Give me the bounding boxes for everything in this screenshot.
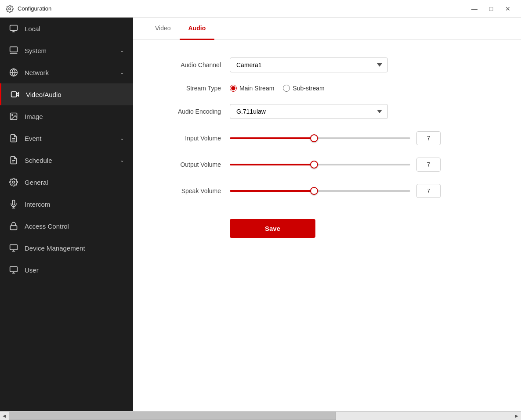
audio-form: Audio Channel Camera1 Camera2 Camera3 St… [133,40,521,411]
minimize-button[interactable]: — [467,2,482,15]
sidebar-item-system[interactable]: System ⌄ [0,39,133,61]
schedule-icon [9,155,18,165]
sidebar-label-video-audio: Video/Audio [26,91,62,98]
horizontal-scrollbar: ◀ ▶ [0,411,521,420]
sidebar-item-network[interactable]: Network ⌄ [0,61,133,83]
scroll-track[interactable] [9,412,512,420]
scroll-right-arrow[interactable]: ▶ [512,412,521,420]
speak-volume-slider[interactable] [230,190,410,192]
image-icon [9,111,18,121]
sidebar-label-event: Event [25,135,41,142]
content-area: Video Audio Audio Channel Camera1 Camera… [133,18,521,411]
user-icon [9,265,18,275]
device-icon [9,243,18,253]
main-container: Local System ⌄ Network ⌄ [0,18,521,411]
chevron-down-icon: ⌄ [120,69,124,75]
svg-rect-4 [10,47,18,52]
app-title: Configuration [18,5,51,12]
svg-point-16 [13,181,15,183]
maximize-button[interactable]: □ [483,2,499,15]
input-volume-value: 7 [416,131,441,145]
app-icon [5,4,14,13]
system-icon [9,46,18,55]
sidebar-label-image: Image [25,113,43,120]
sidebar-item-general[interactable]: General [0,171,133,193]
speak-volume-slider-row: 7 [230,184,441,198]
sidebar-item-user[interactable]: User [0,259,133,281]
sub-stream-radio-label[interactable]: Sub-stream [283,85,324,92]
sidebar-label-intercom: Intercom [25,201,50,208]
svg-rect-1 [10,25,18,31]
sidebar-label-network: Network [25,69,49,76]
save-button[interactable]: Save [230,219,315,238]
output-volume-slider[interactable] [230,164,410,165]
audio-encoding-select[interactable]: G.711ulaw G.711alaw G.726 AAC [230,104,388,119]
output-volume-label: Output Volume [159,161,221,168]
network-icon [9,68,18,77]
tabs: Video Audio [133,18,521,40]
sidebar-item-event[interactable]: Event ⌄ [0,127,133,149]
audio-channel-select[interactable]: Camera1 Camera2 Camera3 [230,57,388,72]
sidebar: Local System ⌄ Network ⌄ [0,18,133,411]
sub-stream-text: Sub-stream [293,85,324,92]
audio-channel-control: Camera1 Camera2 Camera3 [230,57,397,72]
tab-audio[interactable]: Audio [180,18,215,40]
sidebar-item-device-management[interactable]: Device Management [0,237,133,259]
svg-point-0 [9,7,11,10]
svg-rect-19 [11,226,17,230]
chevron-down-icon: ⌄ [120,47,124,54]
sidebar-item-video-audio[interactable]: Video/Audio [0,83,133,105]
sidebar-label-general: General [25,179,48,186]
scroll-thumb[interactable] [9,412,336,420]
audio-channel-row: Audio Channel Camera1 Camera2 Camera3 [159,57,495,72]
sidebar-item-image[interactable]: Image [0,105,133,127]
input-volume-row: Input Volume 7 [159,131,495,145]
audio-encoding-row: Audio Encoding G.711ulaw G.711alaw G.726… [159,104,495,119]
scroll-left-arrow[interactable]: ◀ [0,412,9,420]
gear-icon [9,177,18,187]
sidebar-label-device-management: Device Management [25,244,85,252]
sidebar-label-local: Local [25,25,40,32]
title-bar: Configuration — □ ✕ [0,0,521,18]
main-stream-radio-label[interactable]: Main Stream [230,85,274,92]
input-volume-slider[interactable] [230,137,410,139]
stream-type-control: Main Stream Sub-stream [230,85,397,92]
sub-stream-radio[interactable] [283,85,290,92]
tab-video[interactable]: Video [146,18,180,40]
window-controls: — □ ✕ [467,2,516,15]
sidebar-item-access-control[interactable]: Access Control [0,215,133,237]
audio-encoding-label: Audio Encoding [159,108,221,115]
input-volume-slider-row: 7 [230,131,441,145]
mic-icon [9,199,18,209]
main-stream-text: Main Stream [239,85,274,92]
sidebar-item-local[interactable]: Local [0,18,133,39]
input-volume-label: Input Volume [159,135,221,142]
title-bar-left: Configuration [5,4,51,13]
monitor-icon [9,24,18,33]
audio-channel-label: Audio Channel [159,61,221,68]
sidebar-item-schedule[interactable]: Schedule ⌄ [0,149,133,171]
speak-volume-row: Speak Volume 7 [159,184,495,198]
svg-rect-20 [10,245,18,250]
speak-volume-value: 7 [416,184,441,198]
event-icon [9,133,18,143]
close-button[interactable]: ✕ [500,2,516,15]
sidebar-label-access-control: Access Control [25,223,69,230]
svg-rect-8 [11,92,17,97]
lock-icon [9,221,18,231]
sidebar-label-user: User [25,266,39,274]
sidebar-item-intercom[interactable]: Intercom [0,193,133,215]
audio-encoding-control: G.711ulaw G.711alaw G.726 AAC [230,104,397,119]
svg-rect-23 [10,267,18,272]
stream-type-label: Stream Type [159,85,221,92]
sidebar-label-system: System [25,47,47,54]
output-volume-row: Output Volume 7 [159,158,495,172]
svg-point-11 [12,115,13,116]
speak-volume-label: Speak Volume [159,187,221,194]
chevron-down-icon: ⌄ [120,135,124,141]
main-stream-radio[interactable] [230,85,237,92]
chevron-down-icon: ⌄ [120,157,124,163]
stream-type-row: Stream Type Main Stream Sub-stream [159,85,495,92]
stream-type-radio-group: Main Stream Sub-stream [230,85,397,92]
output-volume-value: 7 [416,158,441,172]
